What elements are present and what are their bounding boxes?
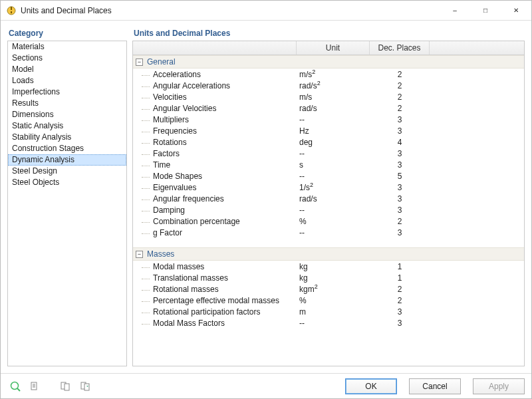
ok-button[interactable]: OK	[345, 378, 397, 394]
cell-dec[interactable]: 3	[370, 160, 430, 170]
sidebar-item[interactable]: Construction Stages	[8, 143, 126, 154]
sidebar-item[interactable]: Materials	[8, 41, 126, 53]
apply-button[interactable]: Apply	[473, 378, 525, 394]
collapse-icon[interactable]: −	[136, 251, 143, 258]
table-row[interactable]: Damping--3	[133, 204, 524, 215]
table-row[interactable]: Angular frequenciesrad/s3	[133, 193, 524, 204]
table-row[interactable]: FrequenciesHz3	[133, 125, 524, 136]
cell-dec[interactable]: 1	[370, 273, 430, 283]
cell-dec[interactable]: 2	[370, 217, 430, 226]
table-row[interactable]: Multipliers--3	[133, 114, 524, 125]
cell-dec[interactable]: 3	[370, 307, 430, 317]
group-header[interactable]: −General	[133, 55, 524, 68]
cell-name: Multipliers	[133, 115, 297, 124]
help-button[interactable]	[7, 378, 23, 394]
table-row[interactable]: Translational masseskg1	[133, 272, 524, 283]
sidebar-item[interactable]: Results	[8, 98, 126, 109]
table-row[interactable]: Mode Shapes--5	[133, 170, 524, 182]
cell-dec[interactable]: 5	[370, 172, 430, 181]
panel-title: Units and Decimal Places	[132, 27, 525, 41]
cell-unit[interactable]: m	[297, 307, 370, 317]
cell-unit[interactable]: %	[297, 217, 370, 226]
sidebar-item[interactable]: Sections	[8, 53, 126, 64]
sidebar-item[interactable]: Loads	[8, 75, 126, 86]
sidebar-item[interactable]: Steel Design	[8, 166, 126, 177]
defaults-button[interactable]	[27, 378, 43, 394]
collapse-icon[interactable]: −	[136, 59, 143, 66]
sidebar-item[interactable]: Static Analysis	[8, 120, 126, 132]
sidebar-item[interactable]: Dynamic Analysis	[8, 154, 126, 166]
table-row[interactable]: Combination percentage%2	[133, 215, 524, 227]
sidebar-item[interactable]: Model	[8, 64, 126, 75]
sidebar-item[interactable]: Stability Analysis	[8, 132, 126, 143]
sidebar-item[interactable]: Imperfections	[8, 86, 126, 98]
cell-name: Angular Accelerations	[133, 81, 297, 90]
table-row[interactable]: Rotational masseskgm22	[133, 283, 524, 295]
cell-unit[interactable]: kgm2	[297, 285, 370, 294]
cell-unit[interactable]: deg	[297, 138, 370, 147]
cell-name: Modal Mass Factors	[133, 319, 297, 328]
minimize-button[interactable]: –	[440, 1, 470, 21]
table-row[interactable]: Modal masseskg1	[133, 261, 524, 272]
cell-unit[interactable]: rad/s	[297, 104, 370, 113]
cell-dec[interactable]: 3	[370, 149, 430, 158]
table-row[interactable]: Eigenvalues1/s23	[133, 182, 524, 193]
group-label: General	[147, 57, 176, 66]
cell-unit[interactable]: --	[297, 115, 370, 124]
cell-dec[interactable]: 2	[370, 92, 430, 102]
load-profile-button[interactable]	[58, 378, 74, 394]
cell-name: Rotational masses	[133, 285, 297, 294]
table-row[interactable]: Angular Accelerationsrad/s22	[133, 80, 524, 91]
sidebar-item[interactable]: Dimensions	[8, 109, 126, 120]
table-row[interactable]: Rotational participation factorsm3	[133, 306, 524, 317]
table-row[interactable]: Rotationsdeg4	[133, 136, 524, 148]
table-row[interactable]: Angular Velocitiesrad/s2	[133, 102, 524, 114]
cell-unit[interactable]: m/s	[297, 92, 370, 102]
cell-unit[interactable]: --	[297, 228, 370, 237]
table-row[interactable]: Accelerationsm/s22	[133, 68, 524, 80]
cell-dec[interactable]: 3	[370, 228, 430, 237]
cell-unit[interactable]: kg	[297, 262, 370, 271]
save-profile-button[interactable]	[78, 378, 94, 394]
cell-dec[interactable]: 2	[370, 296, 430, 305]
table-row[interactable]: Times3	[133, 159, 524, 170]
cell-dec[interactable]: 2	[370, 70, 430, 79]
maximize-button[interactable]: □	[470, 1, 501, 21]
cell-unit[interactable]: m/s2	[297, 70, 370, 79]
table-row[interactable]: Velocitiesm/s2	[133, 91, 524, 102]
cell-unit[interactable]: Hz	[297, 126, 370, 136]
table-row[interactable]: g Factor--3	[133, 227, 524, 238]
cell-unit[interactable]: --	[297, 205, 370, 215]
cell-unit[interactable]: --	[297, 149, 370, 158]
cell-dec[interactable]: 3	[370, 183, 430, 192]
cell-dec[interactable]: 2	[370, 81, 430, 90]
cell-dec[interactable]: 3	[370, 126, 430, 136]
cancel-button[interactable]: Cancel	[409, 378, 461, 394]
cell-dec[interactable]: 3	[370, 319, 430, 328]
group-header[interactable]: −Masses	[133, 247, 524, 261]
cell-unit[interactable]: kg	[297, 273, 370, 283]
cell-dec[interactable]: 2	[370, 104, 430, 113]
close-button[interactable]: ✕	[501, 1, 531, 21]
cell-dec[interactable]: 3	[370, 115, 430, 124]
table-row[interactable]: Percentage effective modal masses%2	[133, 295, 524, 306]
cell-name: g Factor	[133, 228, 297, 237]
cell-unit[interactable]: rad/s	[297, 194, 370, 203]
cell-unit[interactable]: 1/s2	[297, 183, 370, 192]
cell-unit[interactable]: --	[297, 319, 370, 328]
cell-unit[interactable]: %	[297, 296, 370, 305]
cell-unit[interactable]: rad/s2	[297, 81, 370, 90]
cell-name: Mode Shapes	[133, 172, 297, 181]
table-row[interactable]: Modal Mass Factors--3	[133, 317, 524, 329]
cell-dec[interactable]: 2	[370, 285, 430, 294]
cell-dec[interactable]: 4	[370, 138, 430, 147]
cell-dec[interactable]: 3	[370, 194, 430, 203]
table-row[interactable]: Factors--3	[133, 148, 524, 159]
cell-unit[interactable]: s	[297, 160, 370, 170]
sidebar-item[interactable]: Steel Objects	[8, 177, 126, 188]
cell-dec[interactable]: 1	[370, 262, 430, 271]
cell-unit[interactable]: --	[297, 172, 370, 181]
cell-dec[interactable]: 3	[370, 205, 430, 215]
panel-body: Unit Dec. Places −GeneralAccelerationsm/…	[132, 41, 525, 366]
cell-name: Angular Velocities	[133, 104, 297, 113]
